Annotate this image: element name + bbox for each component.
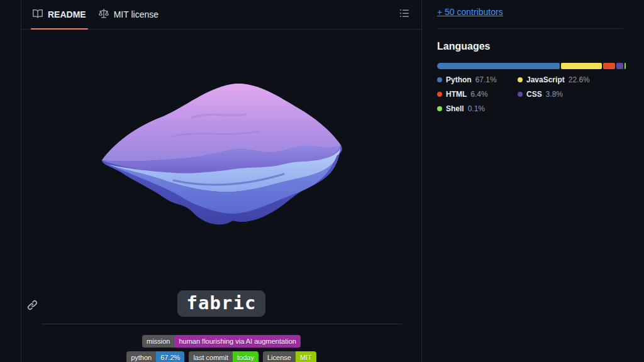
language-name: CSS [526,90,542,99]
language-bar-segment [603,63,615,69]
language-name: JavaScript [526,75,565,84]
language-item[interactable]: JavaScript22.6% [518,75,590,84]
title-divider [42,324,402,324]
law-scales-icon [99,9,109,21]
badge: python67.2% [126,351,184,362]
language-color-dot [518,77,523,82]
sidebar: + 50 contributors Languages Python67.1%J… [423,0,644,362]
list-unordered-icon [399,8,409,21]
book-icon [33,9,43,21]
sidebar-divider [437,28,623,29]
badge-value: MIT [296,351,316,362]
language-percent: 6.4% [470,90,487,99]
language-percent: 22.6% [569,75,590,84]
language-bar-segment [561,63,602,69]
language-name: HTML [446,90,467,99]
badge: LicenseMIT [263,351,316,362]
language-percent: 0.1% [468,104,485,113]
badge-row-mission: missionhuman flourishing via AI augmenta… [21,335,421,348]
badge-value: today [233,351,258,362]
badge-value: human flourishing via AI augmentation [174,335,301,348]
language-item[interactable]: CSS3.8% [518,90,588,99]
language-bar [437,63,626,69]
language-percent: 3.8% [546,90,563,99]
badge-label: last commit [189,351,233,362]
badge-label: License [263,351,296,362]
language-color-dot [437,106,442,111]
badge-label: mission [142,335,174,348]
page-title: fabric [177,290,266,317]
readme-content: fabric missionhuman flourishing via AI a… [21,30,421,362]
badge: missionhuman flourishing via AI augmenta… [142,335,301,348]
tab-readme[interactable]: README [26,0,92,29]
readme-tabbar: README MIT license [21,0,421,30]
readme-card: README MIT license [21,0,422,362]
badge: last committoday [189,351,258,362]
badge-value: 67.2% [156,351,184,362]
language-percent: 67.1% [475,75,497,84]
language-item[interactable]: Shell0.1% [437,104,508,113]
language-color-dot [518,92,523,97]
fabric-illustration [97,79,344,229]
language-color-dot [437,92,442,97]
outline-menu-button[interactable] [395,5,414,24]
language-name: Python [446,75,472,84]
tab-readme-label: README [48,9,86,19]
readme-title-row: fabric [21,290,421,317]
language-item[interactable]: HTML6.4% [437,90,508,99]
badge-label: python [126,351,156,362]
tab-mit-license[interactable]: MIT license [92,0,165,29]
language-bar-segment [625,63,626,69]
contributors-link[interactable]: + 50 contributors [437,7,503,17]
tab-mit-license-label: MIT license [114,9,158,19]
language-name: Shell [446,104,464,113]
language-legend: Python67.1%JavaScript22.6%HTML6.4%CSS3.8… [437,75,626,113]
language-bar-segment [616,63,623,69]
language-bar-segment [437,63,560,69]
badge-row-stats: python67.2%last committodayLicenseMIT [21,351,421,362]
languages-heading: Languages [437,41,490,52]
language-item[interactable]: Python67.1% [437,75,508,84]
language-color-dot [437,77,442,82]
